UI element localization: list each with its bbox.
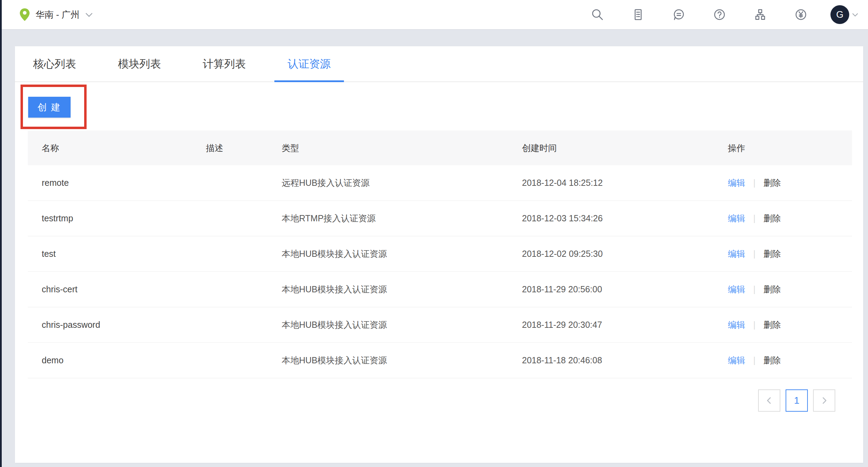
tab-compute-list[interactable]: 计算列表	[190, 46, 259, 81]
topbar: 华南 - 广州	[0, 0, 868, 29]
sitemap-icon[interactable]	[754, 8, 767, 21]
cell-actions: 编辑 | 删除	[714, 248, 852, 260]
tab-core-list[interactable]: 核心列表	[20, 46, 89, 81]
delete-link[interactable]: 删除	[763, 213, 781, 223]
column-header-type: 类型	[268, 142, 508, 154]
topbar-icon-group: G	[563, 0, 858, 29]
page-number-button[interactable]: 1	[786, 389, 808, 412]
chevron-left-icon	[765, 397, 773, 404]
delete-link[interactable]: 删除	[763, 249, 781, 259]
action-separator: |	[753, 320, 756, 330]
cell-name: testrtmp	[28, 213, 192, 223]
chevron-right-icon	[820, 397, 828, 404]
chevron-down-icon	[852, 13, 858, 17]
action-separator: |	[753, 355, 756, 365]
table-header: 名称 描述 类型 创建时间 操作	[28, 130, 852, 165]
create-button[interactable]: 创 建	[28, 97, 71, 118]
edit-link[interactable]: 编辑	[728, 284, 745, 294]
action-separator: |	[753, 178, 756, 188]
cell-created: 2018-11-18 20:46:08	[508, 355, 714, 365]
table-body: remote 远程HUB接入认证资源 2018-12-04 18:25:12 编…	[28, 165, 852, 378]
cell-name: test	[28, 249, 192, 259]
cell-type: 本地HUB模块接入认证资源	[268, 284, 508, 295]
table-row: demo 本地HUB模块接入认证资源 2018-11-18 20:46:08 编…	[28, 343, 852, 378]
prev-page-button[interactable]	[758, 389, 780, 412]
tab-module-list[interactable]: 模块列表	[105, 46, 174, 81]
table-row: chris-password 本地HUB模块接入认证资源 2018-11-29 …	[28, 307, 852, 343]
delete-link[interactable]: 删除	[763, 320, 781, 330]
action-separator: |	[753, 284, 756, 294]
table-row: test 本地HUB模块接入认证资源 2018-12-02 09:25:30 编…	[28, 236, 852, 272]
edit-link[interactable]: 编辑	[728, 355, 745, 365]
cell-name: demo	[28, 355, 192, 365]
pagination: 1	[758, 389, 835, 412]
column-header-name: 名称	[28, 142, 192, 154]
edit-link[interactable]: 编辑	[728, 178, 745, 188]
region-selector[interactable]: 华南 - 广州	[19, 0, 93, 29]
edit-link[interactable]: 编辑	[728, 249, 745, 259]
action-separator: |	[753, 213, 756, 223]
cell-created: 2018-12-03 15:34:26	[508, 213, 714, 223]
location-pin-icon	[19, 8, 30, 21]
chevron-down-icon	[85, 13, 93, 17]
cell-type: 本地HUB模块接入认证资源	[268, 248, 508, 260]
cell-actions: 编辑 | 删除	[714, 355, 852, 366]
help-icon[interactable]	[713, 8, 726, 21]
region-label: 华南 - 广州	[35, 9, 80, 21]
collapsed-sidebar-edge	[0, 0, 2, 467]
resource-table: 名称 描述 类型 创建时间 操作 remote 远程HUB接入认证资源 2018…	[28, 130, 852, 378]
column-header-created: 创建时间	[508, 142, 714, 154]
cell-created: 2018-11-29 20:30:47	[508, 320, 714, 330]
delete-link[interactable]: 删除	[763, 284, 781, 294]
cell-created: 2018-12-04 18:25:12	[508, 178, 714, 188]
delete-link[interactable]: 删除	[763, 355, 781, 365]
content-card: 核心列表 模块列表 计算列表 认证资源 创 建 名称 描述 类型 创建时间 操作…	[15, 46, 863, 463]
tab-auth-resources[interactable]: 认证资源	[274, 46, 344, 81]
cell-created: 2018-12-02 09:25:30	[508, 249, 714, 259]
cell-name: chris-password	[28, 320, 192, 330]
cell-actions: 编辑 | 删除	[714, 319, 852, 331]
next-page-button[interactable]	[813, 389, 835, 412]
cell-created: 2018-11-29 20:56:00	[508, 284, 714, 294]
billing-icon[interactable]	[794, 8, 807, 21]
search-icon[interactable]	[591, 8, 604, 21]
cell-type: 本地HUB模块接入认证资源	[268, 355, 508, 366]
edit-link[interactable]: 编辑	[728, 213, 745, 223]
cell-name: chris-cert	[28, 284, 192, 294]
account-menu[interactable]: G	[830, 5, 858, 24]
cell-type: 远程HUB接入认证资源	[268, 177, 508, 189]
table-row: testrtmp 本地RTMP接入认证资源 2018-12-03 15:34:2…	[28, 201, 852, 236]
cell-actions: 编辑 | 删除	[714, 284, 852, 295]
table-row: remote 远程HUB接入认证资源 2018-12-04 18:25:12 编…	[28, 165, 852, 201]
cell-actions: 编辑 | 删除	[714, 177, 852, 189]
cell-name: remote	[28, 178, 192, 188]
column-header-actions: 操作	[714, 142, 852, 154]
action-separator: |	[753, 249, 756, 259]
avatar[interactable]: G	[830, 5, 849, 24]
column-header-desc: 描述	[192, 142, 268, 154]
message-icon[interactable]	[672, 8, 685, 21]
table-row: chris-cert 本地HUB模块接入认证资源 2018-11-29 20:5…	[28, 272, 852, 307]
tab-bar: 核心列表 模块列表 计算列表 认证资源	[15, 46, 863, 82]
delete-link[interactable]: 删除	[763, 178, 781, 188]
console-list-icon[interactable]	[632, 8, 645, 21]
cell-type: 本地RTMP接入认证资源	[268, 213, 508, 224]
edit-link[interactable]: 编辑	[728, 320, 745, 330]
cell-type: 本地HUB模块接入认证资源	[268, 319, 508, 331]
cell-actions: 编辑 | 删除	[714, 213, 852, 224]
